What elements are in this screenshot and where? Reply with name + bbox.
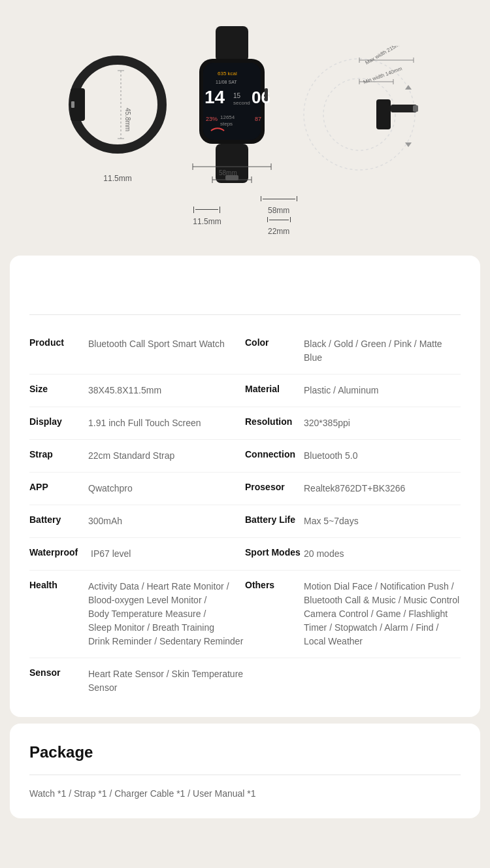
dimensions-row: 11.5mm 58mm 22mm [0,190,490,249]
spec-col-health-left: Health Activity Data / Heart Rate Monito… [29,580,245,648]
label-sport-modes: Sport Modes [245,547,304,558]
value-others: Motion Dial Face / Notification Push / B… [304,580,461,648]
value-processor: Realtek8762DT+BK3266 [304,482,461,495]
svg-text:22mm: 22mm [222,182,240,183]
label-material: Material [245,384,304,394]
watch-side-view: 45.8mm 11.5mm [65,33,170,183]
spec-row-waterproof: Waterproof IP67 level Sport Modes 20 mod… [29,538,461,571]
svg-rect-34 [376,99,391,129]
spec-row-strap: Strap 22cm Standard Strap Connection Blu… [29,440,461,473]
svg-text:23%: 23% [206,116,218,122]
spec-col-battery-left: Battery 300mAh [29,514,245,528]
label-display: Display [29,416,88,427]
label-color: Color [245,337,304,348]
band-width-label: 22mm [268,227,289,236]
value-strap: 22cm Standard Strap [88,449,245,463]
spec-col-material-right: Material Plastic / Aluminum [245,384,461,397]
package-divider [29,775,461,775]
value-app: Qwatchpro [88,482,245,495]
spec-col-others-right: Others Motion Dial Face / Notification P… [245,580,461,648]
svg-text:steps: steps [220,121,233,127]
svg-text:12654: 12654 [220,114,235,120]
spec-col-display-left: Display 1.91 inch Full Touch Screen [29,416,245,430]
svg-text:45.8mm: 45.8mm [124,108,131,131]
spec-col-size-left: Size 38X45.8X11.5mm [29,384,245,397]
svg-point-32 [304,59,415,170]
value-battery: 300mAh [88,514,245,528]
package-card: Package Watch *1 / Strap *1 / Charger Ca… [10,724,480,818]
svg-text:Min width 140mm: Min width 140mm [363,65,403,85]
watch-strap-view: Max width 215mm Min width 140mm [294,46,425,183]
label-resolution: Resolution [245,416,304,427]
value-size: 38X45.8X11.5mm [88,384,245,397]
spec-row-product: Product Bluetooth Call Sport Smart Watch… [29,328,461,375]
svg-rect-36 [413,105,418,112]
svg-marker-45 [405,85,412,90]
spec-row-display: Display 1.91 inch Full Touch Screen Reso… [29,407,461,440]
value-product: Bluetooth Call Sport Smart Watch [88,337,245,351]
value-display: 1.91 inch Full Touch Screen [88,416,245,430]
value-battery-life: Max 5~7days [304,514,461,528]
label-others: Others [245,580,304,590]
label-app: APP [29,482,88,492]
spec-row-battery: Battery 300mAh Battery Life Max 5~7days [29,505,461,538]
svg-text:635 kcal: 635 kcal [218,71,237,76]
package-contents: Watch *1 / Strap *1 / Charger Cable *1 /… [29,788,461,805]
spec-col-battery-life-right: Battery Life Max 5~7days [245,514,461,528]
thickness-label: 11.5mm [103,174,131,183]
spec-col-product-left: Product Bluetooth Call Sport Smart Watch [29,337,245,351]
value-color: Black / Gold / Green / Pink / Matte Blue [304,337,461,365]
label-battery: Battery [29,514,88,525]
label-battery-life: Battery Life [245,514,304,525]
spec-col-processor-right: Prosesor Realtek8762DT+BK3266 [245,482,461,495]
svg-text:second: second [233,100,250,106]
label-waterproof: Waterproof [29,547,88,558]
spec-card: Product Bluetooth Call Sport Smart Watch… [10,256,480,717]
spec-col-resolution-right: Resolution 320*385ppi [245,416,461,430]
label-product: Product [29,337,88,348]
label-strap: Strap [29,449,88,459]
label-connection: Connection [245,449,304,459]
svg-text:11/08  SAT: 11/08 SAT [216,80,237,84]
svg-text:58mm: 58mm [219,169,237,176]
value-sensor: Heart Rate Sensor / Skin Temperature Sen… [88,667,245,695]
value-material: Plastic / Aluminum [304,384,461,397]
spec-col-color-right: Color Black / Gold / Green / Pink / Matt… [245,337,461,365]
label-processor: Prosesor [245,482,304,492]
value-sport-modes: 20 modes [304,547,461,561]
label-sensor: Sensor [29,667,88,678]
spec-row-size: Size 38X45.8X11.5mm Material Plastic / A… [29,375,461,407]
svg-rect-7 [216,26,248,62]
spec-col-strap-left: Strap 22cm Standard Strap [29,449,245,463]
spec-col-sensor-left: Sensor Heart Rate Sensor / Skin Temperat… [29,667,245,695]
watch-width-label: 58mm [268,206,289,215]
svg-rect-6 [71,101,74,108]
thickness-dim-label: 11.5mm [193,217,221,226]
value-resolution: 320*385ppi [304,416,461,430]
value-waterproof: IP67 level [91,547,245,561]
spec-col-waterproof-left: Waterproof IP67 level [29,547,245,561]
package-title: Package [29,743,461,761]
spec-table: Product Bluetooth Call Sport Smart Watch… [29,328,461,704]
thickness-dim: 11.5mm [193,207,221,226]
spec-col-connection-right: Connection Bluetooth 5.0 [245,449,461,463]
label-health: Health [29,580,88,590]
svg-text:14: 14 [204,87,225,107]
spec-row-sensor: Sensor Heart Rate Sensor / Skin Temperat… [29,658,461,704]
value-health: Activity Data / Heart Rate Monitor / Blo… [88,580,245,648]
spec-row-app: APP Qwatchpro Prosesor Realtek8762DT+BK3… [29,473,461,505]
svg-rect-23 [265,88,268,101]
svg-text:87: 87 [255,116,261,122]
svg-point-0 [73,60,162,149]
spec-col-app-left: APP Qwatchpro [29,482,245,495]
label-size: Size [29,384,88,394]
spec-top-divider [29,314,461,315]
spec-col-sport-right: Sport Modes 20 modes [245,547,461,561]
svg-text:Max width 215mm: Max width 215mm [364,46,404,66]
spec-row-health: Health Activity Data / Heart Rate Monito… [29,571,461,658]
svg-text:15: 15 [233,92,241,99]
value-connection: Bluetooth 5.0 [304,449,461,463]
watch-front-view: 635 kcal 11/08 SAT 14 15 second 06 23% 1… [180,26,284,183]
hero-section: 45.8mm 11.5mm 635 kcal 11/08 SAT [0,0,490,196]
width-dim: 58mm 22mm [261,196,297,236]
